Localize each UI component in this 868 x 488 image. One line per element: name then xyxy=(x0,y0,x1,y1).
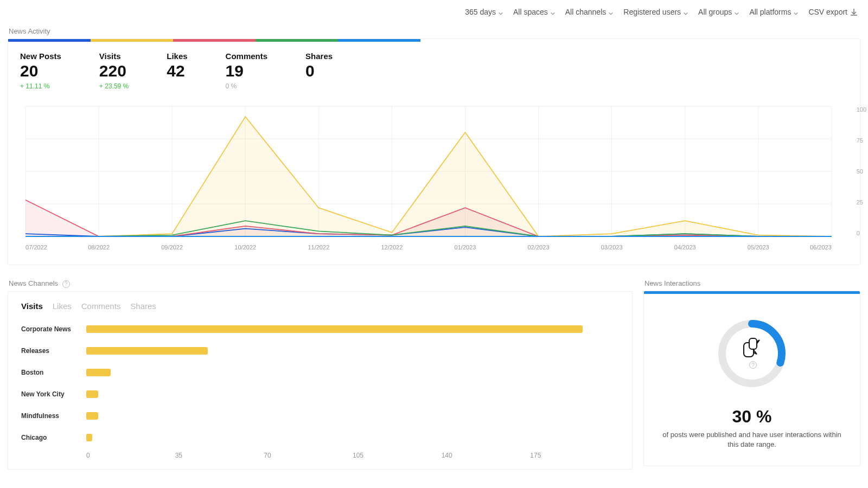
channel-x-axis: 03570105140175 xyxy=(21,448,619,459)
channel-bar-label: Corporate News xyxy=(21,325,86,333)
svg-rect-21 xyxy=(749,338,757,349)
kpi-label: Comments xyxy=(226,52,268,61)
filter-platforms[interactable]: All platforms xyxy=(749,8,799,16)
kpi-value: 0 xyxy=(305,62,333,80)
tab-shares[interactable]: Shares xyxy=(130,301,156,311)
kpi-comments[interactable]: Comments190 % xyxy=(226,52,268,90)
x-tick-label: 09/2022 xyxy=(161,244,183,251)
filter-date-range-label: 365 days xyxy=(465,8,496,16)
x-tick-label: 35 xyxy=(175,452,264,459)
help-icon[interactable]: ? xyxy=(749,361,757,369)
filter-spaces[interactable]: All spaces xyxy=(513,8,556,16)
kpi-delta: + 11.11 % xyxy=(20,82,61,90)
filter-channels-label: All channels xyxy=(565,8,607,16)
interactions-donut: ? xyxy=(714,316,790,391)
x-tick-label: 06/2023 xyxy=(810,244,832,251)
x-tick-label: 03/2023 xyxy=(601,244,623,251)
news-activity-card: New Posts20+ 11.11 %Visits220+ 23.59 %Li… xyxy=(8,38,860,265)
interactions-caption: of posts were published and have user in… xyxy=(662,430,841,450)
y-tick-label: 50 xyxy=(857,168,863,175)
channel-bar-row: Releases xyxy=(21,340,619,362)
chat-bubble-icon xyxy=(742,338,762,359)
interactions-percent: 30 % xyxy=(732,407,772,427)
download-icon xyxy=(850,8,858,16)
channel-bar-label: Boston xyxy=(21,369,86,376)
channel-bar-chart: Corporate NewsReleasesBostonNew York Cit… xyxy=(8,316,632,469)
news-channels-card: VisitsLikesCommentsShares Corporate News… xyxy=(8,291,633,470)
news-interactions-title: News Interactions xyxy=(644,279,860,287)
news-channels-title: News Channels ? xyxy=(9,279,633,288)
x-tick-label: 0 xyxy=(86,452,175,459)
channel-bar-row: Chicago xyxy=(21,427,619,448)
csv-export-button[interactable]: CSV export xyxy=(808,8,858,16)
color-tab-new_posts[interactable] xyxy=(8,39,91,42)
color-tab-shares[interactable] xyxy=(338,39,420,42)
chevron-down-icon xyxy=(793,9,799,15)
y-tick-label: 75 xyxy=(857,137,863,144)
x-tick-label: 70 xyxy=(264,452,353,459)
channel-bar[interactable] xyxy=(86,390,98,398)
filter-platforms-label: All platforms xyxy=(749,8,791,16)
channel-bar-row: Mindfulness xyxy=(21,405,619,427)
channel-bar-label: Releases xyxy=(21,347,86,355)
filter-spaces-label: All spaces xyxy=(513,8,548,16)
activity-line-chart: 07/202208/202209/202210/202211/202212/20… xyxy=(20,101,848,255)
kpi-row: New Posts20+ 11.11 %Visits220+ 23.59 %Li… xyxy=(8,42,860,95)
news-channels-title-text: News Channels xyxy=(9,279,58,287)
kpi-label: New Posts xyxy=(20,52,61,61)
csv-export-label: CSV export xyxy=(808,8,847,16)
kpi-label: Visits xyxy=(99,52,129,61)
x-tick-label: 05/2023 xyxy=(748,244,769,251)
x-tick-label: 175 xyxy=(530,452,619,459)
kpi-delta: + 23.59 % xyxy=(99,82,129,90)
news-channels-section: News Channels ? VisitsLikesCommentsShare… xyxy=(8,276,633,470)
channel-bar[interactable] xyxy=(86,369,111,376)
kpi-delta: 0 % xyxy=(226,82,268,90)
channel-bar-row: New York City xyxy=(21,383,619,405)
x-tick-label: 11/2022 xyxy=(308,244,329,251)
x-tick-label: 10/2022 xyxy=(234,244,256,251)
y-tick-label: 100 xyxy=(857,106,866,113)
x-tick-label: 01/2023 xyxy=(455,244,476,251)
chevron-down-icon xyxy=(608,9,614,15)
filter-date-range[interactable]: 365 days xyxy=(465,8,503,16)
y-tick-label: 25 xyxy=(857,199,863,206)
channel-bar-label: Mindfulness xyxy=(21,412,86,420)
color-tab-visits[interactable] xyxy=(91,39,173,42)
kpi-visits[interactable]: Visits220+ 23.59 % xyxy=(99,52,129,90)
y-axis-labels: 1007550250 xyxy=(857,106,866,236)
channel-tabs: VisitsLikesCommentsShares xyxy=(8,292,632,316)
x-tick-label: 07/2022 xyxy=(25,244,47,251)
color-tab-likes[interactable] xyxy=(173,39,256,42)
tab-comments[interactable]: Comments xyxy=(81,301,121,311)
chevron-down-icon xyxy=(683,9,688,15)
kpi-label: Shares xyxy=(305,52,333,61)
x-tick-label: 04/2023 xyxy=(674,244,696,251)
filter-bar: 365 days All spaces All channels Registe… xyxy=(8,4,860,24)
kpi-shares[interactable]: Shares0 xyxy=(305,52,333,90)
x-tick-label: 140 xyxy=(442,452,531,459)
help-icon[interactable]: ? xyxy=(62,280,70,288)
kpi-value: 42 xyxy=(167,62,187,80)
channel-bar[interactable] xyxy=(86,347,208,355)
filter-channels[interactable]: All channels xyxy=(565,8,614,16)
kpi-new_posts[interactable]: New Posts20+ 11.11 % xyxy=(20,52,61,90)
kpi-label: Likes xyxy=(167,52,187,61)
y-tick-label: 0 xyxy=(857,230,860,236)
kpi-value: 20 xyxy=(20,62,61,80)
chevron-down-icon xyxy=(550,9,556,15)
filter-groups[interactable]: All groups xyxy=(698,8,739,16)
filter-users[interactable]: Registered users xyxy=(623,8,688,16)
channel-bar[interactable] xyxy=(86,434,92,441)
tab-visits[interactable]: Visits xyxy=(21,301,43,311)
filter-users-label: Registered users xyxy=(623,8,681,16)
kpi-likes[interactable]: Likes42 xyxy=(167,52,187,90)
color-tab-comments[interactable] xyxy=(256,39,338,42)
channel-bar[interactable] xyxy=(86,412,98,420)
filter-groups-label: All groups xyxy=(698,8,732,16)
tab-likes[interactable]: Likes xyxy=(53,301,72,311)
channel-bar[interactable] xyxy=(86,325,583,333)
kpi-value: 220 xyxy=(99,62,129,80)
x-tick-label: 02/2023 xyxy=(528,244,550,251)
channel-bar-label: Chicago xyxy=(21,434,86,441)
